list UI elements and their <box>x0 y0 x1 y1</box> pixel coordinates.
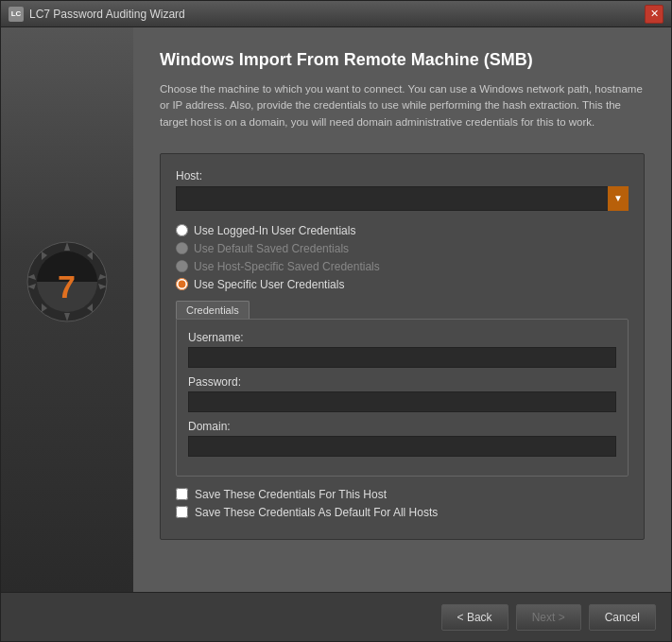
domain-field: Domain: <box>188 420 616 457</box>
page-title: Windows Import From Remote Machine (SMB) <box>160 50 645 70</box>
password-input[interactable] <box>188 391 616 412</box>
host-dropdown-arrow[interactable]: ▼ <box>608 186 629 211</box>
back-button[interactable]: < Back <box>441 604 508 631</box>
radio-item-logged-in[interactable]: Use Logged-In User Credentials <box>176 224 629 237</box>
save-all-checkbox[interactable] <box>176 506 188 518</box>
checkbox-item-save-host[interactable]: Save These Credentials For This Host <box>176 488 629 501</box>
radio-specific-user[interactable] <box>176 278 188 290</box>
radio-item-specific-user[interactable]: Use Specific User Credentials <box>176 278 629 291</box>
right-panel: Windows Import From Remote Machine (SMB)… <box>133 27 671 592</box>
radio-group: Use Logged-In User Credentials Use Defau… <box>176 224 629 291</box>
title-bar: LC LC7 Password Auditing Wizard ✕ <box>1 1 671 27</box>
left-panel: 7 <box>1 27 133 592</box>
radio-host-specific-label: Use Host-Specific Saved Credentials <box>194 260 380 273</box>
app-icon: LC <box>9 7 24 22</box>
app-logo: 7 <box>25 239 110 324</box>
svg-text:7: 7 <box>58 269 76 304</box>
save-all-label: Save These Credentials As Default For Al… <box>195 506 438 519</box>
save-host-label: Save These Credentials For This Host <box>195 488 387 501</box>
credentials-tab[interactable]: Credentials <box>176 301 250 319</box>
credentials-box: Username: Password: Domain: <box>176 319 629 477</box>
footer: < Back Next > Cancel <box>1 592 671 641</box>
checkbox-group: Save These Credentials For This Host Sav… <box>176 488 629 519</box>
username-input[interactable] <box>188 347 616 368</box>
next-button[interactable]: Next > <box>516 604 581 631</box>
domain-input[interactable] <box>188 436 616 457</box>
password-label: Password: <box>188 375 616 389</box>
radio-default-saved-label: Use Default Saved Credentials <box>194 242 349 255</box>
host-input[interactable] <box>176 186 629 211</box>
radio-item-host-specific: Use Host-Specific Saved Credentials <box>176 260 629 273</box>
checkbox-item-save-all[interactable]: Save These Credentials As Default For Al… <box>176 506 629 519</box>
window-body: 7 Windows Import From Remote Machine (SM… <box>1 27 671 592</box>
close-button[interactable]: ✕ <box>645 5 663 24</box>
radio-item-default-saved: Use Default Saved Credentials <box>176 242 629 255</box>
domain-label: Domain: <box>188 420 616 433</box>
form-section: Host: ▼ Use Logged-In User Credentials U… <box>160 153 645 540</box>
host-label: Host: <box>176 169 629 182</box>
username-field: Username: <box>188 331 616 368</box>
main-window: LC LC7 Password Auditing Wizard ✕ <box>0 0 672 642</box>
radio-specific-user-label: Use Specific User Credentials <box>194 278 344 291</box>
radio-host-specific <box>176 260 188 272</box>
username-label: Username: <box>188 331 616 344</box>
radio-logged-in[interactable] <box>176 224 188 236</box>
host-input-wrapper: ▼ <box>176 186 629 211</box>
cancel-button[interactable]: Cancel <box>589 604 656 631</box>
password-field: Password: <box>188 375 616 412</box>
window-title: LC7 Password Auditing Wizard <box>29 8 645 21</box>
radio-default-saved <box>176 242 188 254</box>
save-host-checkbox[interactable] <box>176 488 188 500</box>
page-description: Choose the machine to which you want to … <box>160 81 645 130</box>
radio-logged-in-label: Use Logged-In User Credentials <box>194 224 355 237</box>
